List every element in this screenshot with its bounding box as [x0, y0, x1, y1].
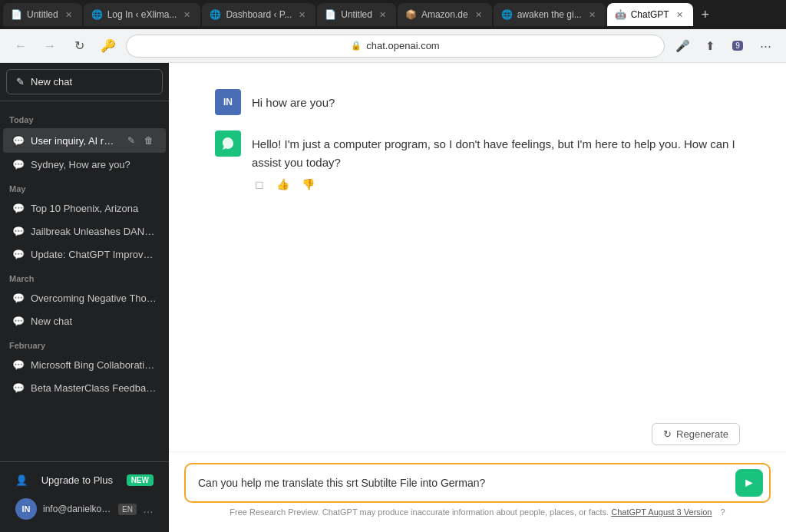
tab-close-4[interactable]: ✕	[377, 9, 388, 21]
share-button[interactable]: ⬆	[698, 35, 722, 58]
chat-label-4: Jailbreak Unleashes DAN Power	[31, 226, 157, 237]
tab-title-3: Dashboard ‹ P...	[226, 9, 292, 20]
input-area: ► Free Research Preview. ChatGPT may pro…	[169, 451, 786, 532]
tab-favicon-6: 🌐	[501, 9, 513, 20]
thumbs-up-button[interactable]: 👍	[273, 177, 292, 192]
tabs-bar: 📄 Untitled ✕ 🌐 Log In ‹ eXlima... ✕ 🌐 Da…	[0, 0, 786, 29]
tab-close-5[interactable]: ✕	[473, 9, 484, 21]
sidebar-top: ✎ New chat	[0, 63, 169, 101]
user-info[interactable]: IN info@danielkovacs.de EN …	[6, 492, 163, 526]
sidebar-item-jailbreak[interactable]: 💬 Jailbreak Unleashes DAN Power	[3, 220, 166, 243]
tab-title-5: Amazon.de	[421, 9, 468, 20]
back-button[interactable]: ←	[9, 35, 32, 58]
upgrade-button[interactable]: 👤 Upgrade to Plus NEW	[6, 468, 163, 492]
sidebar-item-user-inquiry[interactable]: 💬 User inquiry, AI response ✎ 🗑	[3, 128, 166, 153]
bot-message-actions: ◻ 👍 👎	[252, 177, 740, 192]
chat-messages: IN Hi how are you? Hello! I'm just a com…	[169, 63, 786, 417]
tab-title-1: Untitled	[27, 9, 58, 20]
item-actions-1: ✎ 🗑	[124, 134, 157, 147]
send-button[interactable]: ►	[735, 469, 763, 497]
tab-favicon-3: 🌐	[210, 9, 221, 20]
tab-close-1[interactable]: ✕	[63, 9, 74, 21]
forward-button[interactable]: →	[38, 35, 61, 58]
disclaimer-link[interactable]: ChatGPT August 3 Version	[611, 507, 712, 517]
sidebar-item-sydney[interactable]: 💬 Sydney, How are you?	[3, 154, 166, 176]
user-avatar: IN	[15, 498, 37, 520]
edit-chat-button[interactable]: ✎	[124, 134, 138, 147]
section-february: February	[0, 333, 169, 353]
tab-exlima[interactable]: 🌐 Log In ‹ eXlima... ✕	[84, 3, 201, 26]
regenerate-area: ↻ Regenerate	[169, 417, 786, 451]
tab-amazon[interactable]: 📦 Amazon.de ✕	[398, 3, 492, 26]
tab-title-2: Log In ‹ eXlima...	[107, 9, 177, 20]
message-row-user: IN Hi how are you?	[169, 81, 786, 123]
chat-input[interactable]	[192, 474, 729, 492]
new-chat-label: New chat	[31, 76, 72, 88]
nav-bar: ← → ↻ 🔑 🔒 chat.openai.com 🎤 ⬆ 9 ⋯	[0, 29, 786, 63]
sidebar-item-newchat[interactable]: 💬 New chat	[3, 310, 166, 332]
copy-button[interactable]: ◻	[252, 177, 267, 192]
browser-chrome: 📄 Untitled ✕ 🌐 Log In ‹ eXlima... ✕ 🌐 Da…	[0, 0, 786, 63]
key-icon-button[interactable]: 🔑	[97, 35, 120, 58]
tab-favicon-4: 📄	[325, 9, 336, 20]
chat-area: IN Hi how are you? Hello! I'm just a com…	[169, 63, 786, 532]
chat-label-8: Microsoft Bing Collaboration.	[31, 359, 157, 371]
address-bar[interactable]: 🔒 chat.openai.com	[126, 35, 665, 58]
lock-icon: 🔒	[351, 41, 362, 51]
tab-untitled-4[interactable]: 📄 Untitled ✕	[317, 3, 396, 26]
microphone-button[interactable]: 🎤	[671, 35, 694, 58]
thumbs-down-button[interactable]: 👎	[299, 177, 318, 192]
regenerate-label: Regenerate	[676, 428, 728, 440]
chat-label-7: New chat	[31, 316, 157, 327]
chat-label-1: User inquiry, AI response	[31, 135, 118, 147]
disclaimer-text: Free Research Preview. ChatGPT may produ…	[230, 507, 609, 517]
chat-label-9: Beta MasterClass Feedback Dis...	[31, 382, 157, 394]
tab-favicon-2: 🌐	[91, 9, 103, 20]
chat-icon-1: 💬	[12, 135, 25, 147]
user-avatar-msg: IN	[215, 89, 241, 115]
sidebar-item-bing[interactable]: 💬 Microsoft Bing Collaboration.	[3, 354, 166, 376]
new-chat-button[interactable]: ✎ New chat	[6, 69, 163, 94]
sidebar-item-overcoming[interactable]: 💬 Overcoming Negative Thought	[3, 287, 166, 309]
extensions-badge-button[interactable]: 9	[726, 35, 749, 58]
chat-icon-7: 💬	[12, 316, 25, 327]
nav-actions: 🎤 ⬆ 9 ⋯	[671, 35, 777, 58]
section-may: May	[0, 177, 169, 197]
tab-close-7[interactable]: ✕	[674, 9, 685, 21]
chat-icon-3: 💬	[12, 203, 25, 214]
tab-awaken[interactable]: 🌐 awaken the gi... ✕	[494, 3, 606, 26]
tab-chatgpt[interactable]: 🤖 ChatGPT ✕	[607, 3, 693, 26]
menu-button[interactable]: ⋯	[754, 35, 777, 58]
chat-icon-6: 💬	[12, 292, 25, 304]
reload-button[interactable]: ↻	[68, 35, 91, 58]
chat-icon-4: 💬	[12, 226, 25, 237]
regenerate-button[interactable]: ↻ Regenerate	[652, 423, 740, 445]
sidebar-item-beta[interactable]: 💬 Beta MasterClass Feedback Dis...	[3, 377, 166, 399]
tab-close-6[interactable]: ✕	[586, 9, 598, 21]
chat-icon-8: 💬	[12, 359, 25, 371]
sidebar-bottom: 👤 Upgrade to Plus NEW IN info@danielkova…	[0, 461, 169, 532]
sidebar-item-phoenix[interactable]: 💬 Top 10 Phoenix, Arizona	[3, 197, 166, 220]
tab-title-7: ChatGPT	[631, 9, 669, 20]
section-march: March	[0, 266, 169, 286]
chat-label-6: Overcoming Negative Thought	[31, 292, 157, 304]
delete-chat-button[interactable]: 🗑	[141, 134, 157, 147]
new-tab-button[interactable]: +	[695, 4, 716, 25]
chat-icon-9: 💬	[12, 382, 25, 394]
tab-favicon-1: 📄	[11, 9, 22, 20]
bot-avatar-msg	[215, 131, 241, 157]
tab-untitled-1[interactable]: 📄 Untitled ✕	[3, 3, 82, 26]
tab-dashboard[interactable]: 🌐 Dashboard ‹ P... ✕	[202, 3, 315, 26]
tab-title-6: awaken the gi...	[517, 9, 582, 20]
chat-label-3: Top 10 Phoenix, Arizona	[31, 203, 157, 214]
help-char: ?	[721, 507, 725, 517]
main-area: ✎ New chat Today 💬 User inquiry, AI resp…	[0, 63, 786, 532]
tab-close-2[interactable]: ✕	[181, 9, 193, 21]
disclaimer: Free Research Preview. ChatGPT may produ…	[184, 503, 771, 521]
sidebar-item-update[interactable]: 💬 Update: ChatGPT Improvement...	[3, 243, 166, 266]
tab-close-3[interactable]: ✕	[296, 9, 308, 21]
tab-favicon-5: 📦	[405, 9, 417, 20]
chat-label-5: Update: ChatGPT Improvement...	[31, 249, 157, 260]
user-menu-button[interactable]: …	[143, 503, 154, 515]
tab-favicon-7: 🤖	[615, 9, 626, 20]
